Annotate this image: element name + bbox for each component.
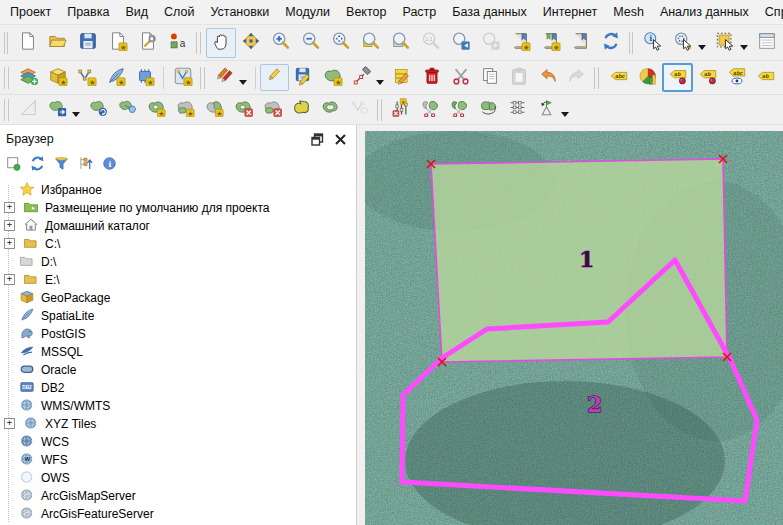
dropdown-caret-icon[interactable] [376, 80, 384, 85]
menu-проект[interactable]: Проект [2, 2, 59, 22]
expander-plus-icon[interactable]: + [4, 418, 15, 429]
add-selected-layers-button[interactable] [4, 156, 22, 174]
menu-установки[interactable]: Установки [202, 2, 277, 22]
menu-анализ-данных[interactable]: Анализ данных [652, 2, 757, 22]
expander-plus-icon[interactable]: + [4, 202, 15, 213]
add-ring-button[interactable]: ★ [142, 96, 171, 123]
zoom-to-selection-button[interactable] [356, 28, 386, 58]
pan-map-button[interactable] [206, 28, 236, 58]
filter-browser-button[interactable] [52, 156, 70, 174]
merge-attributes-of-selected-button[interactable] [503, 96, 532, 123]
layer-diagram-options-button[interactable] [633, 64, 662, 91]
toolbar-handle[interactable] [200, 67, 205, 89]
browser-item-xyz-tiles[interactable]: +XYZ Tiles [0, 414, 356, 432]
show-bookmark-manager-button[interactable] [566, 28, 596, 58]
browser-item-c[interactable]: +C:\ [0, 234, 356, 252]
dropdown-caret-icon[interactable] [239, 80, 247, 85]
menu-вектор[interactable]: Вектор [338, 2, 394, 22]
identify-features-button[interactable]: i [638, 28, 668, 58]
menu-модули[interactable]: Модули [277, 2, 338, 22]
delete-ring-button[interactable] [229, 96, 258, 123]
modify-attributes-of-selected-button[interactable] [388, 64, 417, 91]
refresh-map-button[interactable] [596, 28, 626, 58]
menu-справка[interactable]: Справка [757, 2, 783, 22]
toolbar-handle[interactable] [4, 67, 9, 89]
browser-item-wcs[interactable]: WCS [0, 432, 356, 450]
dropdown-caret-icon[interactable] [698, 45, 706, 50]
vertex-tool-button[interactable] [347, 64, 376, 91]
browser-item-избранное[interactable]: Избранное [0, 180, 356, 198]
toolbar-handle[interactable] [4, 32, 8, 54]
select-features-button[interactable] [710, 28, 740, 58]
new-geopackage-layer-button[interactable]: ★ [43, 64, 72, 91]
browser-item-ows[interactable]: OWS [0, 468, 356, 486]
undo-button[interactable] [533, 64, 562, 91]
browser-item-oracle[interactable]: Oracle [0, 360, 356, 378]
toolbar-handle[interactable] [4, 99, 9, 121]
menu-слой[interactable]: Слой [156, 2, 202, 22]
browser-item-wfs[interactable]: WWFS [0, 450, 356, 468]
dropdown-caret-icon[interactable] [740, 45, 748, 50]
offset-point-symbols-button[interactable]: ★ [387, 96, 416, 123]
delete-part-button[interactable] [258, 96, 287, 123]
cut-features-button[interactable] [446, 64, 475, 91]
browser-properties-button[interactable]: i [100, 156, 118, 174]
show-hide-labels-button[interactable]: abc [722, 64, 751, 91]
browser-item-mssql[interactable]: MSSQL [0, 342, 356, 360]
toolbar-handle[interactable] [629, 32, 633, 54]
expander-plus-icon[interactable]: + [4, 220, 15, 231]
zoom-out-button[interactable] [296, 28, 326, 58]
expander-plus-icon[interactable]: + [4, 274, 15, 285]
menu-правка[interactable]: Правка [59, 2, 117, 22]
reshape-features-button[interactable] [287, 96, 316, 123]
offset-curve-button[interactable] [316, 96, 345, 123]
browser-item-postgis[interactable]: PostGIS [0, 324, 356, 342]
zoom-full-extent-button[interactable] [326, 28, 356, 58]
style-manager-button[interactable]: a [163, 28, 193, 58]
toolbar-handle[interactable] [196, 32, 200, 54]
add-polygon-feature-button[interactable]: ★ [318, 64, 347, 91]
rotate-feature-button[interactable] [84, 96, 113, 123]
menu-база-данных[interactable]: База данных [444, 2, 534, 22]
data-source-manager-button[interactable] [14, 64, 43, 91]
collapse-all-button[interactable] [76, 156, 94, 174]
menu-растр[interactable]: Растр [394, 2, 444, 22]
menu-вид[interactable]: Вид [117, 2, 156, 22]
open-project-button[interactable] [43, 28, 73, 58]
browser-item-db2[interactable]: DB2DB2 [0, 378, 356, 396]
pin-unpin-labels-button[interactable]: ab [662, 63, 693, 92]
close-panel-button[interactable] [332, 131, 348, 147]
rotate-point-symbols-button[interactable] [532, 96, 561, 123]
move-feature-button[interactable] [43, 96, 72, 123]
browser-item-e[interactable]: +E:\ [0, 270, 356, 288]
add-part-button[interactable]: ★ [171, 96, 200, 123]
fill-ring-button[interactable]: ★ [200, 96, 229, 123]
split-features-tool-button[interactable] [416, 96, 445, 123]
new-spatialite-layer-button[interactable]: ★ [101, 64, 130, 91]
browser-item-wms-wmts[interactable]: WMS/WMTS [0, 396, 356, 414]
show-layout-manager-button[interactable] [133, 28, 163, 58]
expander-plus-icon[interactable]: + [4, 238, 15, 249]
layer-labeling-options-button[interactable]: abc [604, 64, 633, 91]
zoom-to-layer-button[interactable] [386, 28, 416, 58]
save-project-button[interactable] [73, 28, 103, 58]
save-layer-edits-button[interactable] [289, 64, 318, 91]
map-canvas[interactable]: 1 2 [365, 125, 783, 525]
float-panel-button[interactable] [309, 131, 325, 147]
new-print-layout-button[interactable]: ★ [103, 28, 133, 58]
browser-item-домашний-каталог[interactable]: +Домашний каталог [0, 216, 356, 234]
browser-item-spatialite[interactable]: SpatiaLite [0, 306, 356, 324]
browser-item-arcgismapserver[interactable]: ArcGisMapServer [0, 486, 356, 504]
new-temporary-scratch-layer-button[interactable]: ★ [130, 64, 159, 91]
toolbar-handle[interactable] [594, 67, 599, 89]
new-spatial-bookmark-button[interactable]: ★ [506, 28, 536, 58]
simplify-feature-button[interactable] [113, 96, 142, 123]
browser-item-geopackage[interactable]: GeoPackage [0, 288, 356, 306]
split-parts-button[interactable] [445, 96, 474, 123]
toggle-editing-button[interactable] [260, 64, 289, 91]
merge-selected-features-button[interactable] [474, 96, 503, 123]
copy-features-button[interactable] [475, 64, 504, 91]
delete-selected-button[interactable] [417, 64, 446, 91]
new-shapefile-layer-button[interactable]: ★ [72, 64, 101, 91]
highlight-pinned-labels-button[interactable]: ab [693, 64, 722, 91]
